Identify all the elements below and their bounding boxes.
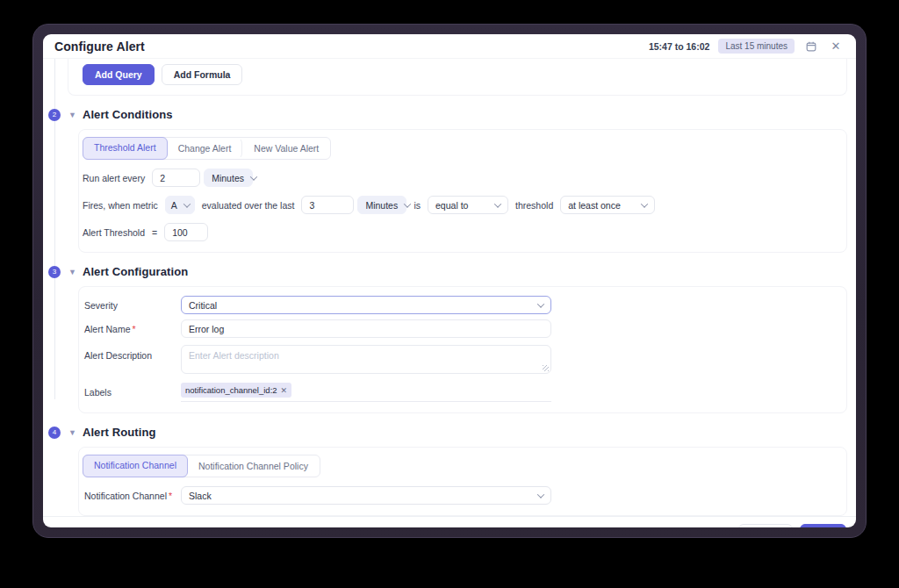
section-title: Alert Routing bbox=[83, 426, 156, 439]
alert-description-row: Alert Description bbox=[83, 345, 838, 376]
equals-sign: = bbox=[152, 227, 157, 238]
labels-row: Labels notification_channel_id:2 ✕ bbox=[83, 383, 838, 402]
cancel-button[interactable]: Cancel bbox=[738, 524, 793, 527]
required-asterisk: * bbox=[133, 324, 136, 334]
routing-tabs: Notification Channel Notification Channe… bbox=[83, 455, 320, 477]
chevron-down-icon bbox=[537, 300, 544, 307]
tab-change-alert[interactable]: Change Alert bbox=[167, 138, 243, 159]
severity-select[interactable]: Critical bbox=[181, 296, 551, 314]
section-title: Alert Configuration bbox=[83, 265, 188, 278]
modal-frame: Configure Alert 15:47 to 16:02 Last 15 m… bbox=[32, 24, 867, 538]
window-value-input[interactable] bbox=[301, 196, 354, 214]
chevron-down-icon bbox=[404, 200, 411, 207]
modal-footer: Cancel Save bbox=[43, 516, 856, 527]
alert-conditions-header: 2 ▼ Alert Conditions bbox=[43, 108, 847, 121]
step-badge: 3 bbox=[48, 266, 61, 278]
collapse-caret-icon[interactable]: ▼ bbox=[68, 428, 76, 437]
close-icon[interactable]: ✕ bbox=[828, 39, 844, 54]
severity-label: Severity bbox=[83, 300, 181, 311]
chevron-down-icon bbox=[494, 200, 501, 207]
alert-routing-box: Notification Channel Notification Channe… bbox=[78, 447, 847, 516]
threshold-label: threshold bbox=[515, 200, 553, 211]
collapse-caret-icon[interactable]: ▼ bbox=[68, 111, 76, 119]
modal-body: Add Query Add Formula 2 ▼ Alert Conditio… bbox=[43, 59, 856, 516]
required-asterisk: * bbox=[169, 491, 172, 501]
tab-threshold-alert[interactable]: Threshold Alert bbox=[83, 137, 168, 160]
collapse-caret-icon[interactable]: ▼ bbox=[68, 268, 76, 276]
notification-channel-select[interactable]: Slack bbox=[181, 486, 551, 505]
resize-grip-icon[interactable] bbox=[543, 365, 549, 371]
alert-type-tabs: Threshold Alert Change Alert New Value A… bbox=[83, 137, 331, 160]
alert-threshold-row: Alert Threshold = bbox=[83, 223, 838, 241]
alert-threshold-label: Alert Threshold bbox=[83, 227, 145, 238]
step-badge: 2 bbox=[48, 109, 61, 121]
tab-new-value-alert[interactable]: New Value Alert bbox=[242, 138, 330, 159]
alert-threshold-input[interactable] bbox=[164, 223, 208, 241]
severity-row: Severity Critical bbox=[83, 296, 838, 314]
run-alert-every-row: Run alert every Minutes bbox=[83, 169, 838, 187]
query-section: Add Query Add Formula bbox=[68, 59, 847, 96]
notification-channel-row: Notification Channel* Slack bbox=[83, 486, 838, 505]
occurrence-select[interactable]: at least once bbox=[560, 196, 655, 214]
save-button[interactable]: Save bbox=[800, 524, 846, 527]
alert-description-textarea[interactable] bbox=[181, 345, 551, 374]
section-title: Alert Conditions bbox=[83, 108, 173, 121]
fires-condition-row: Fires, when metric A evaluated over the … bbox=[83, 196, 838, 214]
add-formula-button[interactable]: Add Formula bbox=[162, 64, 243, 85]
evaluated-over-label: evaluated over the last bbox=[202, 200, 295, 211]
chevron-down-icon bbox=[250, 173, 257, 180]
notification-channel-label: Notification Channel* bbox=[83, 491, 181, 501]
labels-input-area[interactable]: notification_channel_id:2 ✕ bbox=[181, 383, 551, 402]
configure-alert-modal: Configure Alert 15:47 to 16:02 Last 15 m… bbox=[43, 34, 856, 527]
tab-notification-channel-policy[interactable]: Notification Channel Policy bbox=[187, 455, 320, 477]
label-tag: notification_channel_id:2 ✕ bbox=[181, 383, 291, 398]
alert-conditions-box: Threshold Alert Change Alert New Value A… bbox=[78, 129, 847, 253]
time-range-badge[interactable]: Last 15 minutes bbox=[718, 39, 795, 54]
alert-configuration-box: Severity Critical Alert Name* Alert Desc… bbox=[78, 286, 847, 413]
add-query-button[interactable]: Add Query bbox=[83, 64, 155, 85]
is-label: is bbox=[414, 200, 421, 211]
fires-prefix-label: Fires, when metric bbox=[83, 200, 158, 211]
chevron-down-icon bbox=[641, 200, 648, 207]
time-range-text: 15:47 to 16:02 bbox=[649, 41, 709, 52]
alert-name-row: Alert Name* bbox=[83, 319, 838, 338]
alert-configuration-header: 3 ▼ Alert Configuration bbox=[43, 265, 847, 278]
alert-routing-header: 4 ▼ Alert Routing bbox=[43, 426, 847, 439]
step-badge: 4 bbox=[48, 427, 61, 439]
operator-select[interactable]: equal to bbox=[428, 196, 508, 214]
alert-description-label: Alert Description bbox=[83, 345, 181, 361]
tab-notification-channel[interactable]: Notification Channel bbox=[83, 455, 188, 477]
chevron-down-icon bbox=[537, 491, 544, 498]
remove-tag-icon[interactable]: ✕ bbox=[281, 387, 288, 394]
run-interval-input[interactable] bbox=[152, 169, 200, 187]
modal-header: Configure Alert 15:47 to 16:02 Last 15 m… bbox=[43, 34, 856, 59]
run-interval-unit-select[interactable]: Minutes bbox=[204, 169, 253, 187]
labels-label: Labels bbox=[83, 387, 181, 398]
metric-select[interactable]: A bbox=[165, 196, 195, 214]
alert-name-label: Alert Name* bbox=[83, 324, 181, 334]
calendar-icon[interactable] bbox=[803, 39, 819, 54]
window-unit-select[interactable]: Minutes bbox=[357, 196, 406, 214]
run-alert-every-label: Run alert every bbox=[83, 173, 145, 183]
chevron-down-icon bbox=[183, 200, 191, 207]
alert-name-input[interactable] bbox=[181, 319, 551, 338]
page-title: Configure Alert bbox=[54, 39, 145, 54]
